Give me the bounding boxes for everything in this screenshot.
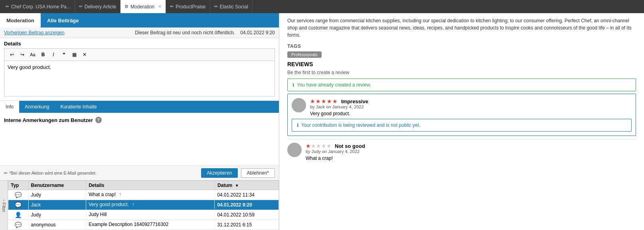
prev-post-row: Vorherigen Beitrag anzeigen Dieser Beitr…: [0, 28, 279, 38]
tab-label: Delivery Article: [85, 4, 116, 10]
chat-icon: 💬: [15, 222, 22, 228]
tab-product-praise[interactable]: ✏ ProductPraise: [166, 0, 210, 13]
cell-details: What a crap!↑: [86, 190, 215, 199]
prev-post-link[interactable]: Vorherigen Beitrag anzeigen: [4, 30, 64, 35]
person-icon: 👤: [15, 212, 22, 218]
cell-typ: 💬: [8, 200, 29, 210]
cell-datum: 31.12.2021 6:15: [215, 220, 279, 230]
reject-button[interactable]: Ablehnen*: [241, 168, 275, 178]
info-tab-bar: Info Anmerkung Kuratierte Inhalte: [0, 101, 279, 113]
review-notice-green: ℹ You have already created a review.: [287, 79, 636, 91]
review-header-jack: ★★★★★ Impressive by Jack on January 4, 2…: [292, 98, 632, 116]
cell-benutzername: anonymous: [28, 220, 86, 230]
editor-toolbar: ↩ ↪ Aa B I ❝ ▦ ✕: [4, 48, 275, 61]
sort-icon: ▼: [235, 183, 239, 188]
col-typ[interactable]: Typ: [8, 181, 29, 190]
filter-arrow-icon: ›: [3, 198, 4, 202]
col-datum[interactable]: Datum ▼: [215, 181, 279, 190]
tab-label: Chef Corp. USA Home Pa...: [11, 4, 71, 10]
contributions-data-table: Typ Benutzername Details Datum ▼ 💬JudyWh…: [8, 181, 279, 230]
contributions-table: Typ Benutzername Details Datum ▼ 💬JudyWh…: [8, 181, 279, 230]
cell-details: Judy Hill: [86, 210, 215, 219]
blue-notice-text: Your contribution is being reviewed and …: [301, 122, 420, 128]
post-status-text: Dieser Beitrag ist neu und noch nicht öf…: [135, 30, 275, 35]
quote-button[interactable]: ❝: [59, 50, 68, 59]
col-benutzername[interactable]: Benutzername: [28, 181, 86, 190]
tab-label: ProductPraise: [176, 4, 205, 10]
review-author-judy: by Judy on January 4, 2022: [306, 149, 636, 154]
review-card-jack: ★★★★★ Impressive by Jack on January 4, 2…: [287, 94, 636, 136]
info-icon-green: ℹ: [292, 82, 294, 88]
tab-elastic-social[interactable]: ✏ Elastic Social: [210, 0, 253, 13]
review-card-judy: ★★★★★ Not so good by Judy on January 4, …: [287, 143, 636, 161]
table-row[interactable]: 💬anonymousExample Description 1640927716…: [8, 220, 279, 230]
edit-icon: ✏: [6, 4, 9, 9]
table-row[interactable]: 💬JudyWhat a crap!↑04.01.2022 11:34: [8, 190, 279, 200]
left-panel: Moderation Alle Beiträge Vorherigen Beit…: [0, 13, 279, 230]
tags-label: TAGS: [287, 43, 636, 49]
redo-button[interactable]: ↪: [18, 50, 27, 59]
info-icon-blue: ℹ: [297, 122, 299, 128]
help-icon[interactable]: ?: [95, 117, 102, 123]
col-details[interactable]: Details: [86, 181, 215, 190]
review-meta-jack: ★★★★★ Impressive by Jack on January 4, 2…: [310, 98, 632, 116]
sort-arrow-icon: ↑: [132, 202, 134, 207]
chat-icon: 💬: [15, 192, 22, 198]
tags-container: Professionals: [287, 51, 636, 58]
text-editor[interactable]: Very good product.: [4, 61, 275, 96]
tab-chef-home[interactable]: ✏ Chef Corp. USA Home Pa...: [2, 0, 75, 13]
edit-icon: ✏: [170, 4, 174, 9]
gear-icon: ⚙: [124, 4, 128, 9]
info-tab-anmerkung[interactable]: Anmerkung: [19, 101, 55, 113]
review-text-judy: What a crap!: [306, 155, 636, 161]
filter-sidebar[interactable]: › Filter: [0, 181, 8, 230]
clear-button[interactable]: ✕: [80, 50, 89, 59]
cell-benutzername: Jack: [28, 200, 86, 210]
accept-button[interactable]: Akzeptieren: [201, 168, 237, 178]
info-content: Interne Anmerkungen zum Benutzer ?: [0, 113, 279, 127]
tab-bar: ✏ Chef Corp. USA Home Pa... ✏ Delivery A…: [0, 0, 644, 13]
undo-button[interactable]: ↩: [8, 50, 16, 59]
table-area: › Filter Typ Benutzername Details Datum …: [0, 180, 279, 230]
cell-benutzername: Judy: [28, 210, 86, 220]
reviews-subtext: Be the first to create a review: [287, 70, 636, 75]
format-button[interactable]: Aa: [28, 50, 37, 59]
stars-jack: ★★★★★: [310, 98, 338, 104]
cell-datum: 04.01.2022 9:20: [215, 200, 279, 210]
edit-scroll-wrapper: Vorherigen Beitrag anzeigen Dieser Beitr…: [0, 28, 279, 165]
edit-icon: ✏: [214, 4, 218, 9]
reviews-section: REVIEWS Be the first to create a review …: [287, 61, 636, 161]
bold-button[interactable]: B: [39, 50, 47, 59]
cell-benutzername: Judy: [28, 190, 86, 200]
filter-label: Filter: [2, 202, 6, 212]
italic-button[interactable]: I: [49, 50, 58, 59]
tab-label: Elastic Social: [220, 4, 248, 10]
review-text-jack: Very good product.: [310, 111, 632, 116]
tab-delivery-article[interactable]: ✏ Delivery Article: [75, 0, 121, 13]
info-tab-info[interactable]: Info: [0, 101, 19, 113]
sub-tab-alle-beitraege[interactable]: Alle Beiträge: [41, 13, 85, 28]
review-author-jack: by Jack on January 4, 2022: [310, 104, 632, 109]
action-bar: ✏ *Bei dieser Aktion wird eine E-Mail ge…: [0, 165, 279, 180]
avatar-judy: [287, 143, 302, 157]
table-row[interactable]: 💬JackVery good product.↑04.01.2022 9:20: [8, 200, 279, 210]
details-label: Details: [4, 41, 275, 47]
action-note-text: *Bei dieser Aktion wird eine E-Mail gese…: [9, 171, 97, 175]
cell-details: Example Description 1640927716302: [86, 220, 215, 229]
tab-moderation[interactable]: ⚙ Moderation ✕: [121, 0, 166, 13]
table-row[interactable]: 👤JudyJudy Hill04.01.2022 10:59: [8, 210, 279, 220]
sub-tab-moderation[interactable]: Moderation: [0, 13, 41, 28]
cell-datum: 04.01.2022 10:59: [215, 210, 279, 220]
info-tab-kuratierte-inhalte[interactable]: Kuratierte Inhalte: [55, 101, 102, 113]
table-button[interactable]: ▦: [70, 50, 79, 59]
review-meta-judy: ★★★★★ Not so good by Judy on January 4, …: [306, 143, 636, 161]
action-buttons: Akzeptieren Ablehnen*: [201, 168, 275, 178]
action-note: ✏ *Bei dieser Aktion wird eine E-Mail ge…: [4, 171, 97, 176]
stars-judy: ★★★★★: [306, 143, 332, 149]
review-header-judy: ★★★★★ Not so good by Judy on January 4, …: [287, 143, 636, 161]
description-text: Our services range from commercial kitch…: [287, 17, 636, 39]
close-tab-icon[interactable]: ✕: [158, 4, 162, 9]
avatar-jack: [292, 98, 306, 112]
reviews-header: REVIEWS: [287, 61, 636, 67]
review-title-jack: Impressive: [341, 98, 368, 104]
